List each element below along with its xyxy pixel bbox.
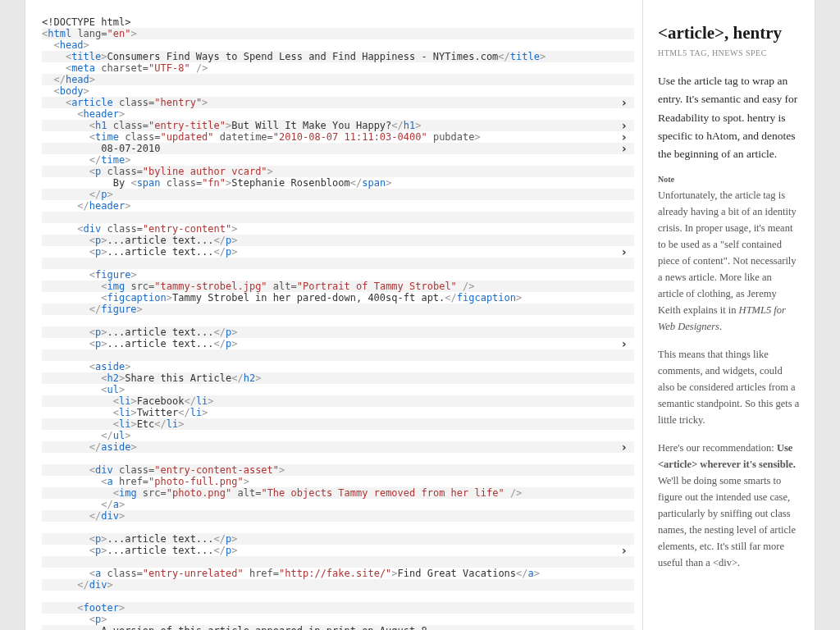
sidebar-title: <article>, hentry: [658, 23, 800, 43]
note-paragraph: Here's our recommendation: Use <article>…: [658, 440, 800, 571]
note-paragraph: This means that things like comments, an…: [658, 346, 800, 428]
arrow-icon: ›: [621, 120, 628, 131]
sidebar-intro: Use the article tag to wrap an entry. It…: [658, 72, 800, 163]
arrow-icon: ›: [621, 441, 628, 453]
note-paragraph: Unfortunately, the article tag is alread…: [658, 187, 800, 335]
arrow-icon: ›: [621, 97, 628, 108]
sidebar: <article>, hentry HTML5 TAG, HNEWS SPEC …: [642, 0, 815, 630]
code-line: <!DOCTYPE html>: [42, 16, 634, 28]
sidebar-meta: HTML5 TAG, HNEWS SPEC: [658, 48, 800, 57]
arrow-icon: ›: [621, 131, 628, 143]
note-label: Note: [658, 175, 800, 184]
arrow-icon: ›: [621, 143, 628, 154]
arrow-icon: ›: [621, 338, 628, 349]
arrow-icon: ›: [621, 545, 628, 556]
code-line: <html lang="en">: [42, 28, 634, 39]
code-panel: <!DOCTYPE html> <html lang="en"> <head> …: [25, 0, 642, 630]
arrow-icon: ›: [621, 246, 628, 258]
